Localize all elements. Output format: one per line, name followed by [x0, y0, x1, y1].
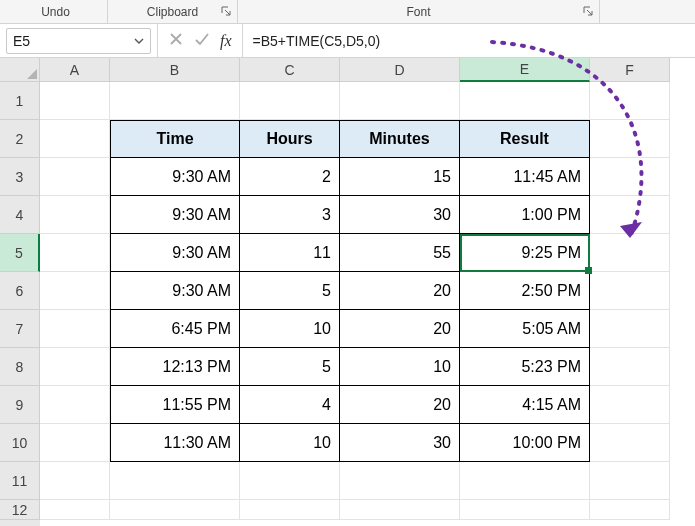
- cell[interactable]: [40, 82, 110, 120]
- cell-result[interactable]: 5:05 AM: [460, 310, 590, 348]
- cell[interactable]: [40, 120, 110, 158]
- row-header[interactable]: 2: [0, 120, 40, 158]
- cells-area[interactable]: Time Hours Minutes Result 9:30 AM 2 15 1…: [40, 82, 670, 526]
- cell-minutes[interactable]: 55: [340, 234, 460, 272]
- cell[interactable]: [590, 82, 670, 120]
- name-box[interactable]: E5: [6, 28, 151, 54]
- cell[interactable]: [590, 234, 670, 272]
- cell-hours[interactable]: 5: [240, 348, 340, 386]
- chevron-down-icon[interactable]: [134, 33, 144, 49]
- fx-icon[interactable]: fx: [220, 32, 232, 50]
- row-header[interactable]: 1: [0, 82, 40, 120]
- cell[interactable]: [40, 196, 110, 234]
- select-all-corner[interactable]: [0, 58, 40, 82]
- cell[interactable]: [590, 158, 670, 196]
- cell-hours[interactable]: 5: [240, 272, 340, 310]
- cell-minutes[interactable]: 30: [340, 196, 460, 234]
- cell-result[interactable]: 11:45 AM: [460, 158, 590, 196]
- cell-hours[interactable]: 2: [240, 158, 340, 196]
- cell-minutes[interactable]: 20: [340, 272, 460, 310]
- cell[interactable]: [340, 500, 460, 520]
- cell-hours[interactable]: 10: [240, 424, 340, 462]
- cell-result[interactable]: 4:15 AM: [460, 386, 590, 424]
- cell[interactable]: [240, 82, 340, 120]
- cell[interactable]: [590, 272, 670, 310]
- row-header[interactable]: 11: [0, 462, 40, 500]
- cell[interactable]: [40, 158, 110, 196]
- cell-result[interactable]: 2:50 PM: [460, 272, 590, 310]
- cell[interactable]: [590, 462, 670, 500]
- cell-time[interactable]: 9:30 AM: [110, 196, 240, 234]
- col-header-C[interactable]: C: [240, 58, 340, 82]
- header-hours[interactable]: Hours: [240, 120, 340, 158]
- cell[interactable]: [590, 424, 670, 462]
- cell-hours[interactable]: 10: [240, 310, 340, 348]
- header-result[interactable]: Result: [460, 120, 590, 158]
- dialog-launcher-icon[interactable]: [581, 4, 595, 18]
- accept-icon[interactable]: [194, 31, 210, 50]
- row-header[interactable]: 4: [0, 196, 40, 234]
- cell-result[interactable]: 9:25 PM: [460, 234, 590, 272]
- cell[interactable]: [40, 234, 110, 272]
- cell[interactable]: [590, 310, 670, 348]
- cell-result[interactable]: 5:23 PM: [460, 348, 590, 386]
- cell-minutes[interactable]: 30: [340, 424, 460, 462]
- cell[interactable]: [40, 272, 110, 310]
- row-header[interactable]: 12: [0, 500, 40, 520]
- formula-input[interactable]: =B5+TIME(C5,D5,0): [243, 24, 695, 57]
- col-header-A[interactable]: A: [40, 58, 110, 82]
- cell[interactable]: [590, 386, 670, 424]
- cell-time[interactable]: 11:55 PM: [110, 386, 240, 424]
- cell[interactable]: [40, 386, 110, 424]
- cell[interactable]: [40, 462, 110, 500]
- cell-minutes[interactable]: 15: [340, 158, 460, 196]
- cell[interactable]: [590, 196, 670, 234]
- col-header-E[interactable]: E: [460, 58, 590, 82]
- row-header[interactable]: 6: [0, 272, 40, 310]
- cell-time[interactable]: 9:30 AM: [110, 272, 240, 310]
- header-minutes[interactable]: Minutes: [340, 120, 460, 158]
- cell[interactable]: [110, 462, 240, 500]
- cell-time[interactable]: 12:13 PM: [110, 348, 240, 386]
- cell[interactable]: [240, 500, 340, 520]
- cell-minutes[interactable]: 20: [340, 310, 460, 348]
- row-header[interactable]: 3: [0, 158, 40, 196]
- cell-result[interactable]: 1:00 PM: [460, 196, 590, 234]
- col-header-B[interactable]: B: [110, 58, 240, 82]
- cell[interactable]: [340, 462, 460, 500]
- cell-hours[interactable]: 11: [240, 234, 340, 272]
- cell[interactable]: [40, 310, 110, 348]
- cell[interactable]: [40, 500, 110, 520]
- row-header[interactable]: 7: [0, 310, 40, 348]
- cell[interactable]: [110, 82, 240, 120]
- row-header[interactable]: 10: [0, 424, 40, 462]
- col-header-D[interactable]: D: [340, 58, 460, 82]
- cell[interactable]: [590, 500, 670, 520]
- cell-hours[interactable]: 3: [240, 196, 340, 234]
- cell[interactable]: [460, 462, 590, 500]
- row-header[interactable]: 8: [0, 348, 40, 386]
- cell-time[interactable]: 6:45 PM: [110, 310, 240, 348]
- row-header[interactable]: 5: [0, 234, 40, 272]
- cell[interactable]: [240, 462, 340, 500]
- cell[interactable]: [110, 500, 240, 520]
- cell[interactable]: [340, 82, 460, 120]
- cell-result[interactable]: 10:00 PM: [460, 424, 590, 462]
- cell-time[interactable]: 11:30 AM: [110, 424, 240, 462]
- header-time[interactable]: Time: [110, 120, 240, 158]
- cell[interactable]: [460, 82, 590, 120]
- dialog-launcher-icon[interactable]: [219, 4, 233, 18]
- cell[interactable]: [590, 120, 670, 158]
- cell-minutes[interactable]: 20: [340, 386, 460, 424]
- cell-minutes[interactable]: 10: [340, 348, 460, 386]
- cell-time[interactable]: 9:30 AM: [110, 234, 240, 272]
- cell-hours[interactable]: 4: [240, 386, 340, 424]
- cancel-icon[interactable]: [168, 31, 184, 50]
- col-header-F[interactable]: F: [590, 58, 670, 82]
- cell[interactable]: [40, 348, 110, 386]
- cell[interactable]: [460, 500, 590, 520]
- cell-time[interactable]: 9:30 AM: [110, 158, 240, 196]
- cell[interactable]: [40, 424, 110, 462]
- row-header[interactable]: 9: [0, 386, 40, 424]
- cell[interactable]: [590, 348, 670, 386]
